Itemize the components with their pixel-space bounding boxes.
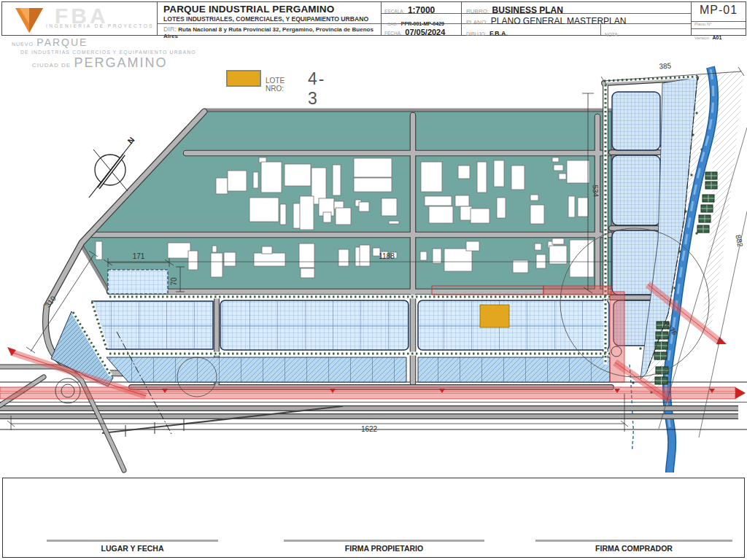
building-footprint — [458, 166, 470, 179]
building-footprint — [333, 165, 341, 195]
building-footprint — [211, 253, 222, 277]
building-footprint — [253, 172, 258, 188]
building-footprint — [280, 204, 286, 225]
building-footprint — [578, 198, 588, 217]
building-footprint — [444, 249, 472, 271]
building-footprint — [299, 244, 314, 268]
building-footprint — [466, 241, 479, 251]
logo-cell: FBA INGENIERIA DE PROYECTOS — [2, 2, 158, 35]
building-footprint — [477, 162, 487, 192]
lot-legend-label: LOTE NRO: — [266, 77, 285, 93]
lot-color-swatch — [226, 70, 261, 87]
building-footprint — [554, 165, 563, 171]
compass-n-label: N — [125, 135, 136, 145]
building-footprint — [301, 268, 314, 278]
building-footprint — [460, 206, 472, 220]
dim-534: 534 — [592, 184, 600, 198]
building-footprint — [559, 174, 566, 179]
building-footprint — [262, 246, 272, 254]
plano-value: PLANO GENERAL MASTERPLAN — [491, 16, 627, 26]
fecha-label: FECHA: — [384, 31, 402, 36]
project-title: PARQUE INDUSTRIAL PERGAMINO — [163, 4, 334, 15]
project-watermark: NUEVO PARQUE DE INDUSTRIAS COMERCIOS Y E… — [12, 36, 245, 71]
building-footprint — [433, 249, 441, 263]
signature-block: LUGAR Y FECHA FIRMA PROPIETARIO FIRMA CO… — [2, 478, 745, 558]
building-footprint — [224, 252, 236, 266]
building-footprint — [212, 246, 217, 252]
building-footprint — [511, 166, 525, 190]
building-footprint — [360, 245, 370, 266]
sheet-label: Plano N° — [694, 22, 712, 26]
masterplan-drawing: 385 534 882 310 171 70 1188 1622 R176 N — [0, 0, 747, 560]
building-footprint — [382, 198, 397, 216]
escala-label: ESCALA: — [384, 9, 404, 14]
building-footprint — [336, 208, 351, 225]
building-footprint — [300, 196, 314, 230]
watermark-line2: DE INDUSTRIAS COMERCIOS Y EQUIPAMIENTO U… — [20, 50, 245, 55]
fba-logo-icon — [12, 5, 56, 36]
building-footprint — [552, 158, 559, 162]
fecha-value: 07/05/2024 — [405, 28, 445, 36]
building-footprint — [228, 171, 247, 191]
dim-385: 385 — [659, 61, 672, 70]
building-footprint — [421, 162, 442, 192]
watermark-parque: PARQUE — [36, 36, 88, 48]
building-footprint — [323, 212, 331, 222]
project-subtitle: LOTES INDUSTRIALES, COMERCIALES, Y EQUIP… — [163, 15, 368, 23]
building-footprint — [513, 260, 528, 273]
building-footprint — [389, 221, 399, 224]
scale-date-cell: ESCALA: 1:7000 CAD: PPR-001-MP-0429 FECH… — [382, 2, 462, 35]
watermark-ciudad-de: CIUDAD DE — [32, 62, 71, 69]
watermark-nuevo: NUEVO — [12, 42, 34, 47]
dibujo-value: F.B.A. — [489, 30, 508, 37]
sheet-number-cell: MP-01 Plano N° Version A01 — [692, 2, 746, 35]
logo-tagline: INGENIERIA DE PROYECTOS — [46, 23, 154, 28]
plan-info-cell: RUBRO: BUSINESS PLAN PLANO: PLANO GENERA… — [462, 2, 692, 35]
building-footprint — [549, 246, 567, 264]
building-footprint — [535, 244, 541, 250]
building-footprint — [568, 196, 575, 217]
dim-882: 882 — [734, 234, 744, 248]
building-footprint — [420, 252, 427, 260]
title-block: FBA INGENIERIA DE PROYECTOS PARQUE INDUS… — [1, 1, 746, 36]
dir-label: DIR: — [163, 26, 177, 33]
building-footprint — [285, 164, 311, 186]
building-footprint — [261, 162, 282, 192]
nota-label: NOTA: — [605, 32, 619, 37]
escala-value: 1:7000 — [408, 5, 435, 15]
tree-dot — [690, 174, 692, 176]
building-footprint — [354, 158, 392, 177]
building-footprint — [359, 202, 369, 211]
masterplan-sheet: 385 534 882 310 171 70 1188 1622 R176 N … — [0, 0, 747, 560]
signature-field-buyer: FIRMA COMPRADOR — [535, 540, 732, 553]
signature-line[interactable] — [535, 540, 732, 542]
building-footprint — [254, 253, 285, 266]
plano-label: PLANO: — [466, 19, 487, 26]
building-footprint — [249, 198, 279, 222]
signature-line[interactable] — [47, 540, 218, 542]
building-footprint — [471, 209, 489, 223]
signature-line[interactable] — [284, 540, 484, 542]
signature-field-owner: FIRMA PROPIETARIO — [284, 540, 484, 553]
dibujo-label: DIBUJO: — [466, 31, 487, 36]
selected-lot-4-3[interactable] — [480, 305, 509, 327]
building-footprint — [455, 195, 469, 206]
building-footprint — [338, 249, 349, 266]
sheet-code: MP-01 — [692, 4, 746, 17]
tree-dot — [639, 347, 641, 349]
building-footprint — [552, 238, 564, 244]
building-footprint — [530, 205, 544, 224]
version-label: Version — [694, 36, 709, 40]
building-footprint — [429, 206, 453, 223]
dir-value: Ruta Nacional 8 y Ruta Provincial 32, Pe… — [163, 26, 374, 39]
dim-1622: 1622 — [361, 425, 378, 433]
building-footprint — [497, 198, 506, 218]
dim-1188: 1188 — [379, 252, 395, 260]
building-footprint — [354, 178, 392, 192]
building-footprint — [570, 240, 594, 277]
dim-171: 171 — [133, 252, 145, 260]
small-lot — [108, 270, 168, 294]
building-footprint — [494, 160, 504, 187]
building-footprint — [96, 241, 102, 260]
project-title-cell: PARQUE INDUSTRIAL PERGAMINO LOTES INDUST… — [158, 2, 382, 35]
